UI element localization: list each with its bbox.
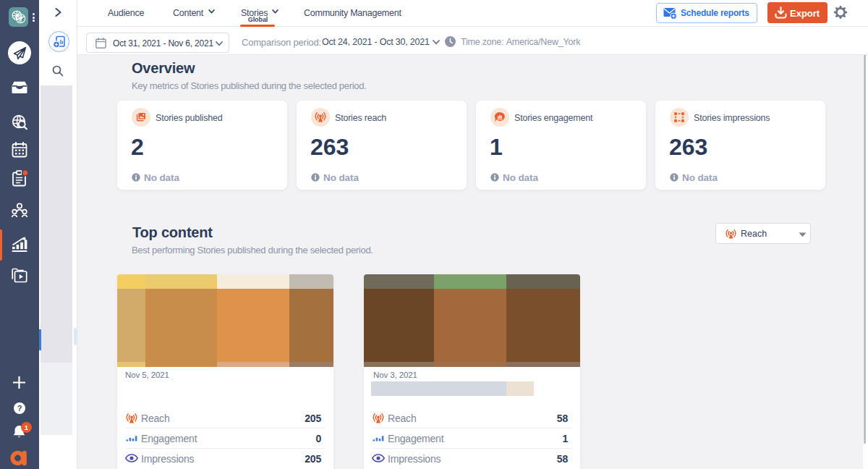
svg-text:?: ? [17,404,22,413]
